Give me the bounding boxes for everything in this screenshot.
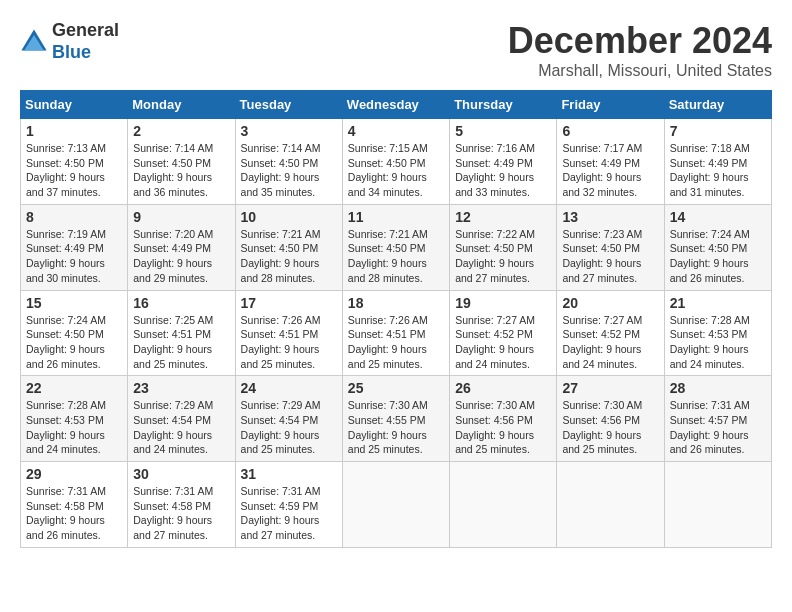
day-info: Sunrise: 7:28 AM Sunset: 4:53 PM Dayligh… (26, 398, 122, 457)
calendar-cell: 8Sunrise: 7:19 AM Sunset: 4:49 PM Daylig… (21, 204, 128, 290)
day-number: 29 (26, 466, 122, 482)
calendar-body: 1Sunrise: 7:13 AM Sunset: 4:50 PM Daylig… (21, 119, 772, 548)
calendar-cell: 18Sunrise: 7:26 AM Sunset: 4:51 PM Dayli… (342, 290, 449, 376)
calendar-week-1: 1Sunrise: 7:13 AM Sunset: 4:50 PM Daylig… (21, 119, 772, 205)
day-number: 1 (26, 123, 122, 139)
day-info: Sunrise: 7:14 AM Sunset: 4:50 PM Dayligh… (133, 141, 229, 200)
day-info: Sunrise: 7:30 AM Sunset: 4:56 PM Dayligh… (562, 398, 658, 457)
calendar-cell: 23Sunrise: 7:29 AM Sunset: 4:54 PM Dayli… (128, 376, 235, 462)
header-row: Sunday Monday Tuesday Wednesday Thursday… (21, 91, 772, 119)
day-info: Sunrise: 7:26 AM Sunset: 4:51 PM Dayligh… (348, 313, 444, 372)
day-info: Sunrise: 7:16 AM Sunset: 4:49 PM Dayligh… (455, 141, 551, 200)
day-info: Sunrise: 7:20 AM Sunset: 4:49 PM Dayligh… (133, 227, 229, 286)
day-info: Sunrise: 7:13 AM Sunset: 4:50 PM Dayligh… (26, 141, 122, 200)
day-info: Sunrise: 7:14 AM Sunset: 4:50 PM Dayligh… (241, 141, 337, 200)
calendar-cell: 29Sunrise: 7:31 AM Sunset: 4:58 PM Dayli… (21, 462, 128, 548)
calendar-cell (557, 462, 664, 548)
header-friday: Friday (557, 91, 664, 119)
day-info: Sunrise: 7:28 AM Sunset: 4:53 PM Dayligh… (670, 313, 766, 372)
day-number: 30 (133, 466, 229, 482)
calendar-cell: 14Sunrise: 7:24 AM Sunset: 4:50 PM Dayli… (664, 204, 771, 290)
day-info: Sunrise: 7:31 AM Sunset: 4:58 PM Dayligh… (26, 484, 122, 543)
calendar-week-2: 8Sunrise: 7:19 AM Sunset: 4:49 PM Daylig… (21, 204, 772, 290)
day-info: Sunrise: 7:23 AM Sunset: 4:50 PM Dayligh… (562, 227, 658, 286)
day-number: 23 (133, 380, 229, 396)
calendar-cell (664, 462, 771, 548)
calendar-cell: 2Sunrise: 7:14 AM Sunset: 4:50 PM Daylig… (128, 119, 235, 205)
day-info: Sunrise: 7:25 AM Sunset: 4:51 PM Dayligh… (133, 313, 229, 372)
day-info: Sunrise: 7:31 AM Sunset: 4:58 PM Dayligh… (133, 484, 229, 543)
day-number: 28 (670, 380, 766, 396)
day-number: 7 (670, 123, 766, 139)
day-number: 20 (562, 295, 658, 311)
day-number: 25 (348, 380, 444, 396)
header-tuesday: Tuesday (235, 91, 342, 119)
day-info: Sunrise: 7:26 AM Sunset: 4:51 PM Dayligh… (241, 313, 337, 372)
calendar-cell: 20Sunrise: 7:27 AM Sunset: 4:52 PM Dayli… (557, 290, 664, 376)
logo-general: General (52, 20, 119, 40)
calendar-cell: 10Sunrise: 7:21 AM Sunset: 4:50 PM Dayli… (235, 204, 342, 290)
logo-text: General Blue (52, 20, 119, 63)
calendar-cell: 6Sunrise: 7:17 AM Sunset: 4:49 PM Daylig… (557, 119, 664, 205)
logo: General Blue (20, 20, 119, 63)
calendar-week-3: 15Sunrise: 7:24 AM Sunset: 4:50 PM Dayli… (21, 290, 772, 376)
calendar-cell: 28Sunrise: 7:31 AM Sunset: 4:57 PM Dayli… (664, 376, 771, 462)
calendar-header: Sunday Monday Tuesday Wednesday Thursday… (21, 91, 772, 119)
header-sunday: Sunday (21, 91, 128, 119)
title-block: December 2024 Marshall, Missouri, United… (508, 20, 772, 80)
calendar-week-4: 22Sunrise: 7:28 AM Sunset: 4:53 PM Dayli… (21, 376, 772, 462)
day-info: Sunrise: 7:15 AM Sunset: 4:50 PM Dayligh… (348, 141, 444, 200)
header-thursday: Thursday (450, 91, 557, 119)
calendar-cell: 30Sunrise: 7:31 AM Sunset: 4:58 PM Dayli… (128, 462, 235, 548)
calendar-cell (450, 462, 557, 548)
day-number: 24 (241, 380, 337, 396)
day-number: 8 (26, 209, 122, 225)
day-number: 9 (133, 209, 229, 225)
calendar-cell: 5Sunrise: 7:16 AM Sunset: 4:49 PM Daylig… (450, 119, 557, 205)
day-number: 22 (26, 380, 122, 396)
day-info: Sunrise: 7:30 AM Sunset: 4:55 PM Dayligh… (348, 398, 444, 457)
day-info: Sunrise: 7:29 AM Sunset: 4:54 PM Dayligh… (133, 398, 229, 457)
day-number: 19 (455, 295, 551, 311)
day-number: 21 (670, 295, 766, 311)
header-saturday: Saturday (664, 91, 771, 119)
day-info: Sunrise: 7:31 AM Sunset: 4:59 PM Dayligh… (241, 484, 337, 543)
day-info: Sunrise: 7:17 AM Sunset: 4:49 PM Dayligh… (562, 141, 658, 200)
day-number: 16 (133, 295, 229, 311)
day-info: Sunrise: 7:21 AM Sunset: 4:50 PM Dayligh… (241, 227, 337, 286)
calendar-cell: 19Sunrise: 7:27 AM Sunset: 4:52 PM Dayli… (450, 290, 557, 376)
calendar-cell: 17Sunrise: 7:26 AM Sunset: 4:51 PM Dayli… (235, 290, 342, 376)
logo-blue: Blue (52, 42, 91, 62)
month-title: December 2024 (508, 20, 772, 62)
day-number: 11 (348, 209, 444, 225)
calendar-cell: 13Sunrise: 7:23 AM Sunset: 4:50 PM Dayli… (557, 204, 664, 290)
calendar-cell: 21Sunrise: 7:28 AM Sunset: 4:53 PM Dayli… (664, 290, 771, 376)
calendar-cell (342, 462, 449, 548)
calendar-table: Sunday Monday Tuesday Wednesday Thursday… (20, 90, 772, 548)
calendar-cell: 4Sunrise: 7:15 AM Sunset: 4:50 PM Daylig… (342, 119, 449, 205)
day-info: Sunrise: 7:31 AM Sunset: 4:57 PM Dayligh… (670, 398, 766, 457)
day-info: Sunrise: 7:18 AM Sunset: 4:49 PM Dayligh… (670, 141, 766, 200)
calendar-cell: 26Sunrise: 7:30 AM Sunset: 4:56 PM Dayli… (450, 376, 557, 462)
location-title: Marshall, Missouri, United States (508, 62, 772, 80)
day-number: 14 (670, 209, 766, 225)
day-number: 2 (133, 123, 229, 139)
calendar-cell: 15Sunrise: 7:24 AM Sunset: 4:50 PM Dayli… (21, 290, 128, 376)
calendar-cell: 24Sunrise: 7:29 AM Sunset: 4:54 PM Dayli… (235, 376, 342, 462)
day-number: 13 (562, 209, 658, 225)
day-number: 6 (562, 123, 658, 139)
day-number: 18 (348, 295, 444, 311)
day-number: 27 (562, 380, 658, 396)
header-wednesday: Wednesday (342, 91, 449, 119)
day-info: Sunrise: 7:19 AM Sunset: 4:49 PM Dayligh… (26, 227, 122, 286)
page-header: General Blue December 2024 Marshall, Mis… (20, 20, 772, 80)
day-number: 10 (241, 209, 337, 225)
calendar-cell: 1Sunrise: 7:13 AM Sunset: 4:50 PM Daylig… (21, 119, 128, 205)
day-info: Sunrise: 7:24 AM Sunset: 4:50 PM Dayligh… (26, 313, 122, 372)
day-info: Sunrise: 7:24 AM Sunset: 4:50 PM Dayligh… (670, 227, 766, 286)
day-number: 15 (26, 295, 122, 311)
day-info: Sunrise: 7:29 AM Sunset: 4:54 PM Dayligh… (241, 398, 337, 457)
day-number: 26 (455, 380, 551, 396)
day-info: Sunrise: 7:21 AM Sunset: 4:50 PM Dayligh… (348, 227, 444, 286)
calendar-cell: 27Sunrise: 7:30 AM Sunset: 4:56 PM Dayli… (557, 376, 664, 462)
